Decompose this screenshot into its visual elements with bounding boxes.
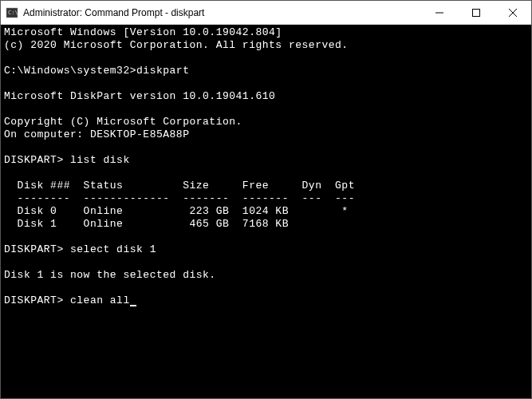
diskpart-prompt: DISKPART> [4, 294, 70, 306]
svg-text:C:\: C:\ [8, 10, 18, 16]
status-message: Disk 1 is now the selected disk. [4, 269, 216, 281]
close-button[interactable] [495, 1, 531, 24]
command-prompt-window: C:\ Administrator: Command Prompt - disk… [0, 0, 532, 399]
svg-rect-3 [473, 9, 480, 16]
maximize-button[interactable] [458, 1, 495, 24]
cursor [130, 305, 136, 306]
cmd-select-disk: select disk 1 [70, 243, 156, 255]
minimize-button[interactable] [421, 1, 458, 24]
terminal-output[interactable]: Microsoft Windows [Version 10.0.19042.80… [1, 25, 531, 398]
copyright-line: (c) 2020 Microsoft Corporation. All righ… [4, 39, 349, 51]
window-controls [421, 1, 531, 24]
prompt-path: C:\Windows\system32> [4, 65, 136, 77]
cmd-list-disk: list disk [70, 154, 130, 166]
table-row: Disk 0 Online 223 GB 1024 KB * [4, 205, 349, 217]
computer-name: On computer: DESKTOP-E85A88P [4, 128, 189, 140]
cmd-clean-all: clean all [70, 294, 130, 306]
titlebar[interactable]: C:\ Administrator: Command Prompt - disk… [1, 1, 531, 25]
cmd-diskpart: diskpart [136, 65, 189, 77]
cmd-icon: C:\ [6, 6, 18, 19]
diskpart-prompt: DISKPART> [4, 243, 70, 255]
window-title: Administrator: Command Prompt - diskpart [23, 7, 421, 18]
diskpart-prompt: DISKPART> [4, 154, 70, 166]
table-header: Disk ### Status Size Free Dyn Gpt [4, 180, 355, 192]
version-line: Microsoft Windows [Version 10.0.19042.80… [4, 26, 282, 38]
diskpart-version: Microsoft DiskPart version 10.0.19041.61… [4, 90, 275, 102]
table-divider: -------- ------------- ------- ------- -… [4, 192, 355, 204]
diskpart-copyright: Copyright (C) Microsoft Corporation. [4, 116, 242, 128]
table-row: Disk 1 Online 465 GB 7168 KB [4, 218, 289, 230]
